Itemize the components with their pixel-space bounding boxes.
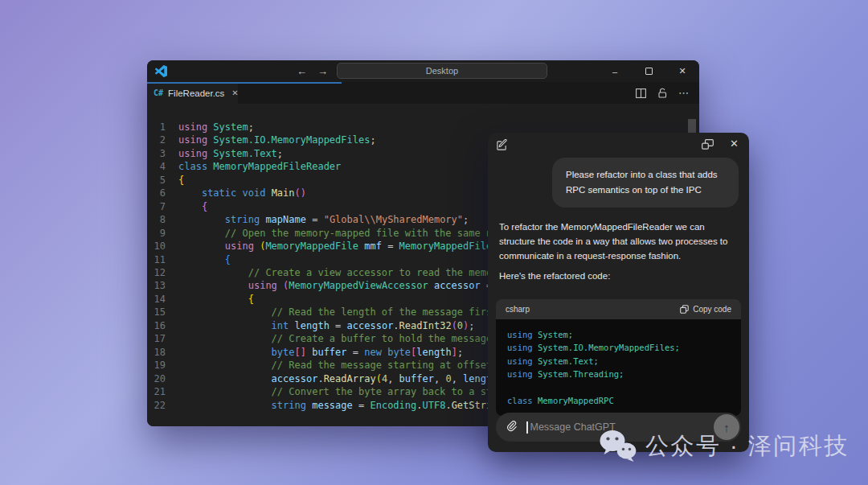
tab-close-icon[interactable]: ✕ — [231, 88, 238, 97]
code-line: using System.IO.MemoryMappedFiles; — [507, 341, 730, 354]
active-tab-accent-line — [147, 82, 342, 84]
tab-label: FileReader.cs — [168, 88, 224, 98]
code-line — [507, 381, 730, 394]
command-center-search[interactable]: Desktop — [337, 63, 547, 79]
desktop-background: ← → Desktop – ✕ C# FileReader.cs ✕ — [0, 0, 868, 485]
code-line: using System; — [507, 328, 730, 341]
line-number: 14 — [147, 293, 178, 306]
editor-actions: ⋯ — [636, 82, 699, 104]
close-chat-icon[interactable]: ✕ — [730, 138, 739, 150]
user-message-text: Please refactor into a class that adds R… — [566, 170, 718, 195]
watermark-text: 公众号 · 泽问科技 — [645, 430, 850, 462]
code-block-header: csharp Copy code — [496, 299, 741, 319]
line-number: 19 — [147, 359, 178, 372]
line-number: 7 — [147, 200, 178, 213]
line-number: 12 — [147, 266, 178, 279]
line-number: 20 — [147, 372, 178, 385]
line-number: 18 — [147, 346, 178, 359]
nav-arrows: ← → — [297, 60, 328, 82]
line-number: 22 — [147, 399, 178, 412]
line-number: 9 — [147, 227, 178, 240]
maximize-icon — [645, 68, 653, 75]
copy-icon — [680, 305, 689, 314]
line-number: 16 — [147, 319, 178, 332]
line-number: 3 — [147, 147, 178, 160]
line-number: 13 — [147, 279, 178, 292]
split-editor-icon[interactable] — [636, 88, 646, 98]
code-language-label: csharp — [506, 305, 530, 314]
maximize-button[interactable] — [632, 60, 665, 82]
watermark: 公众号 · 泽问科技 — [599, 429, 850, 464]
chatgpt-panel: ✕ Please refactor into a class that adds… — [488, 133, 749, 452]
wechat-icon — [599, 429, 637, 464]
code-line: using System.Text; — [507, 355, 730, 368]
new-chat-icon[interactable] — [496, 139, 508, 151]
window-controls: – ✕ — [598, 60, 699, 82]
line-number: 5 — [147, 174, 178, 187]
code-line: class MemoryMappedRPC — [507, 394, 730, 407]
search-label: Desktop — [426, 66, 458, 76]
back-arrow-icon[interactable]: ← — [297, 65, 307, 77]
assistant-paragraph: Here's the refactored code: — [499, 271, 740, 281]
line-number: 10 — [147, 240, 178, 253]
line-number: 6 — [147, 187, 178, 199]
close-window-button[interactable]: ✕ — [665, 60, 699, 82]
copy-code-label: Copy code — [693, 305, 731, 314]
assistant-paragraph: To refactor the MemoryMappedFileReader w… — [499, 220, 740, 263]
user-message-bubble: Please refactor into a class that adds R… — [552, 158, 739, 208]
line-number: 21 — [147, 385, 178, 398]
vscode-logo-icon — [155, 65, 167, 77]
chat-code-block: csharp Copy code using System;using Syst… — [496, 299, 741, 416]
minimize-button[interactable]: – — [598, 60, 632, 82]
tab-bar: C# FileReader.cs ✕ ⋯ — [147, 82, 699, 104]
more-actions-icon[interactable]: ⋯ — [678, 87, 689, 99]
vscode-titlebar: ← → Desktop – ✕ — [147, 60, 699, 82]
line-number: 4 — [147, 160, 178, 173]
forward-arrow-icon[interactable]: → — [317, 65, 328, 77]
unlock-icon[interactable] — [657, 88, 667, 98]
line-number: 2 — [147, 134, 178, 146]
popout-window-icon[interactable] — [702, 139, 714, 150]
line-number: 17 — [147, 332, 178, 345]
copy-code-button[interactable]: Copy code — [680, 305, 731, 314]
code-line: using System.Threading; — [507, 368, 730, 380]
line-number: 11 — [147, 253, 178, 266]
attach-file-icon[interactable] — [506, 421, 518, 434]
tab-filereader[interactable]: C# FileReader.cs ✕ — [147, 82, 238, 104]
text-cursor — [526, 421, 528, 434]
line-number: 1 — [147, 121, 178, 134]
chat-code-body: using System;using System.IO.MemoryMappe… — [496, 319, 741, 416]
line-number: 8 — [147, 213, 178, 226]
code-line: 1using System; — [147, 121, 699, 134]
csharp-file-icon: C# — [154, 88, 163, 97]
line-number: 15 — [147, 306, 178, 319]
